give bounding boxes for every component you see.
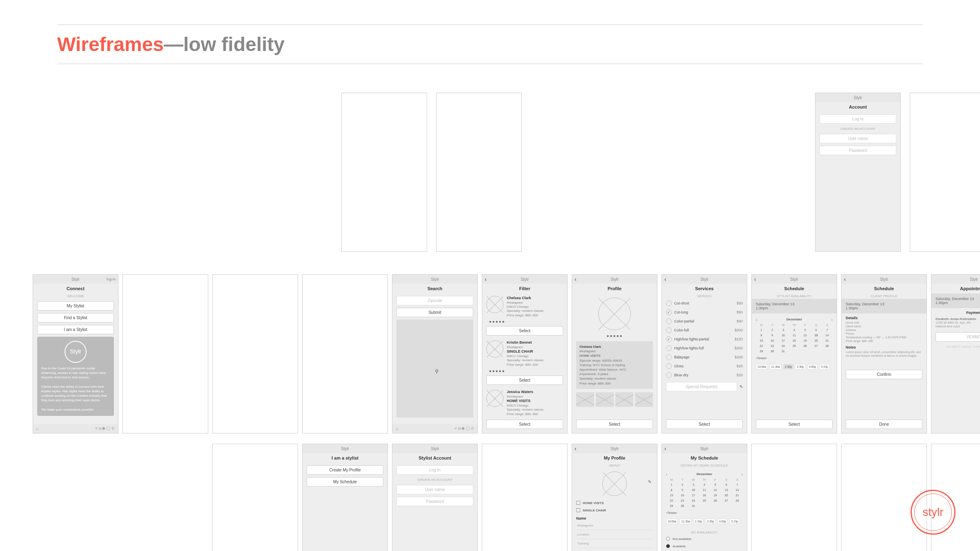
- avatar-icon: [598, 298, 631, 330]
- available-option[interactable]: Available: [662, 542, 747, 550]
- frame-blank: [212, 274, 298, 433]
- not-available-option[interactable]: Not available: [662, 535, 747, 542]
- frame-i-am-stylist: Stylr I am a stylist Create My Profile M…: [302, 444, 388, 551]
- service-row[interactable]: Color-full$200: [662, 326, 747, 335]
- login-link[interactable]: log-in: [107, 277, 116, 281]
- frame-blank: [341, 93, 427, 252]
- back-icon[interactable]: ‹: [575, 276, 577, 282]
- select-button[interactable]: Select: [486, 326, 563, 335]
- login-button[interactable]: Log In: [820, 114, 896, 124]
- title-em: Wireframes: [57, 33, 164, 55]
- create-profile-button[interactable]: Create My Profile: [307, 465, 383, 475]
- gallery: [572, 392, 657, 407]
- back-icon[interactable]: ‹: [844, 276, 846, 282]
- my-stylist-button[interactable]: My Stylist: [37, 301, 114, 311]
- service-row[interactable]: Color-partial$90: [662, 317, 747, 326]
- frame-my-profile: ‹Stylr My Profile ABOUT ✎ HOME VISITS SI…: [572, 444, 657, 551]
- training-field[interactable]: Training: [576, 539, 653, 548]
- select-button[interactable]: Select: [486, 375, 563, 385]
- i-am-stylist-button[interactable]: I am a Stylist: [37, 325, 114, 334]
- login-button[interactable]: Log In: [396, 465, 473, 475]
- rating-stars: ★★★★★: [572, 334, 657, 338]
- avatar-icon: [486, 340, 503, 358]
- frame-blank: [910, 93, 980, 252]
- password-input[interactable]: Password: [820, 146, 896, 155]
- frame-profile: ‹Stylr Profile ★★★★★ Chelsea Clark #inst…: [572, 274, 657, 433]
- my-schedule-button[interactable]: My Schedule: [307, 477, 383, 487]
- apprenticed-field[interactable]: Apprenticed: [576, 548, 653, 551]
- service-row[interactable]: Balayage$200: [662, 353, 747, 362]
- back-icon[interactable]: ‹: [485, 276, 487, 282]
- back-icon[interactable]: ‹: [664, 276, 666, 282]
- special-requests-input[interactable]: Special Requests: [666, 382, 737, 391]
- confirm-button[interactable]: Confirm: [846, 370, 922, 379]
- time-slots[interactable]: 10:00a11:30a1:30p2:30p4:00p5:15p: [752, 362, 837, 371]
- venmo-button[interactable]: VENMO: [935, 332, 980, 342]
- service-row[interactable]: Blow dry$25: [662, 371, 747, 380]
- select-button[interactable]: Select: [756, 420, 833, 429]
- username-input[interactable]: User name: [820, 134, 896, 143]
- back-icon[interactable]: ‹: [664, 445, 666, 452]
- share-icons[interactable]: < ⧆ ◉ ◯ ✆: [95, 426, 115, 431]
- select-button[interactable]: Select: [576, 420, 653, 429]
- username-input[interactable]: User name: [396, 485, 473, 494]
- map-pin-icon: ⚲: [435, 369, 439, 374]
- home-visits-checkbox[interactable]: HOME VISITS: [572, 499, 657, 507]
- location-field[interactable]: Location: [576, 530, 653, 539]
- submit-button[interactable]: Submit: [396, 308, 473, 317]
- calendar[interactable]: ‹December› MTWThFSS 12345678910111213141…: [756, 316, 833, 354]
- frame-search: Stylr Search Zipcode Submit ⚲ ⌂< ⧆ ◉ ◯ ✆: [392, 274, 478, 433]
- zipcode-input[interactable]: Zipcode: [396, 296, 473, 305]
- back-icon[interactable]: ‹: [754, 276, 756, 282]
- frame-blank: [751, 444, 837, 551]
- frame-blank: [302, 274, 388, 433]
- map[interactable]: ⚲: [396, 320, 473, 418]
- service-row[interactable]: High/low lights-partial$150: [662, 335, 747, 344]
- logo-icon: Stylr: [65, 341, 87, 363]
- service-row[interactable]: Gloss$25: [662, 362, 747, 371]
- share-icons[interactable]: < ⧆ ◉ ◯ ✆: [454, 426, 474, 431]
- password-input[interactable]: Password: [396, 497, 473, 506]
- rating-stars: ★★★★★: [482, 320, 567, 324]
- select-button[interactable]: Select: [666, 420, 743, 429]
- frame-schedule-client: ‹Stylr Schedule CLIENT PROFILE Saturday,…: [841, 274, 927, 433]
- back-icon[interactable]: ‹: [575, 445, 577, 452]
- edit-icon[interactable]: ✎: [739, 384, 743, 389]
- calendar[interactable]: ‹December› MTWThFSS 12345678910111213141…: [666, 471, 743, 509]
- frame-my-schedule: ‹Stylr My Schedule DEFINE MY WORK SCHEDU…: [662, 444, 747, 551]
- frame-blank: [212, 444, 298, 551]
- home-icon[interactable]: ⌂: [36, 427, 39, 431]
- avatar-icon: [486, 296, 503, 313]
- frame-blank: [122, 274, 208, 433]
- find-stylist-button[interactable]: Find a Stylist: [37, 313, 114, 322]
- frame-home: Stylrlog-in Connect WELCOME My Stylist F…: [33, 274, 118, 433]
- edit-icon[interactable]: ✎: [648, 480, 651, 484]
- home-icon[interactable]: ⌂: [396, 427, 398, 431]
- frame-blank: [436, 93, 522, 252]
- frame-services: ‹Stylr Services SERVICE Cut-short$80 Cut…: [662, 274, 747, 433]
- frame-stylist-account: Stylr Stylist Account Log In CREATE AN A…: [392, 444, 478, 551]
- time-slots[interactable]: 10:00a11:30a1:30p2:30p4:00p5:15p: [662, 517, 747, 526]
- rating-stars: ★★★★★: [482, 369, 567, 373]
- avatar-icon: [486, 390, 503, 407]
- frame-blank: [841, 444, 927, 551]
- frame-schedule: ‹Stylr Schedule STYLIST AVAILABILITY Sat…: [751, 274, 837, 433]
- ig-field[interactable]: #instagram: [576, 521, 653, 530]
- done-button[interactable]: Done: [846, 420, 922, 429]
- service-row[interactable]: High/low lights-full$200: [662, 344, 747, 353]
- service-row[interactable]: Cut-long$90: [662, 308, 747, 317]
- frame-account: Stylr Account Log In CREATE AN ACCOUNT U…: [815, 93, 901, 252]
- frame-filter: ‹Stylr Filter Chelsea Clark#instagram606…: [482, 274, 568, 433]
- brand-logo: stylr: [911, 490, 956, 535]
- avatar-icon: [602, 471, 627, 496]
- select-button[interactable]: Select: [486, 420, 563, 429]
- frame-blank: [482, 444, 568, 551]
- service-row[interactable]: Cut-short$80: [662, 299, 747, 308]
- single-chair-checkbox[interactable]: SINGLE CHAIR: [572, 507, 657, 514]
- title-rest: —low fidelity: [164, 33, 285, 55]
- frame-appointment: Stylr Appointment Saturday, December 131…: [931, 274, 980, 433]
